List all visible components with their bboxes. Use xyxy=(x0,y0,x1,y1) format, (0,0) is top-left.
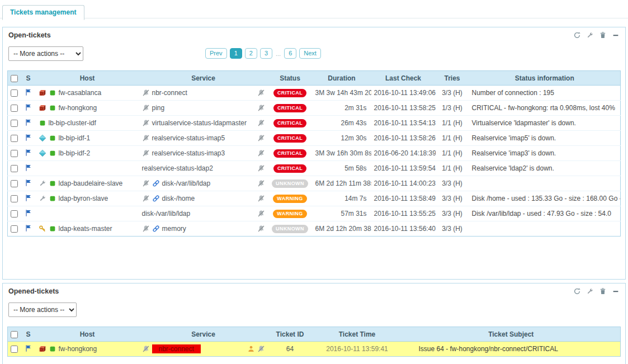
open-tickets-header: Open-tickets xyxy=(3,27,625,42)
host-name[interactable]: ldap-baudelaire-slave xyxy=(59,179,123,187)
pagination-pages: 123...6 xyxy=(230,48,297,59)
pagination-prev-button[interactable]: Prev xyxy=(205,48,227,59)
severity-cell xyxy=(21,146,36,161)
service-name[interactable]: realservice-status-imap3 xyxy=(152,149,225,157)
severity-cell xyxy=(21,176,36,191)
firewall-icon xyxy=(39,345,46,353)
open-ticket-row: disk-/var/lib/ldapWARNING57m 31s2016-10-… xyxy=(8,206,621,221)
pagination-page-3[interactable]: 3 xyxy=(260,48,272,59)
pagination-page-6[interactable]: 6 xyxy=(284,48,296,59)
column-header-s[interactable]: S xyxy=(21,71,36,86)
row-select-cell xyxy=(8,161,21,176)
column-header-duration[interactable]: Duration xyxy=(313,71,371,86)
status-ok-icon xyxy=(49,104,56,112)
duration-cell: 26m 43s xyxy=(313,116,371,131)
duration-cell: 3M 3w 14h 43m 20s xyxy=(313,86,371,101)
flag-icon xyxy=(25,88,32,96)
status-information-cell: Disk /var/lib/ldap - used : 47.93 Go - s… xyxy=(469,206,621,221)
pagination-page-1[interactable]: 1 xyxy=(230,48,242,59)
select-all-checkbox[interactable] xyxy=(11,75,18,82)
trash-icon[interactable] xyxy=(599,31,607,39)
column-header-ticket-time[interactable]: Ticket Time xyxy=(313,327,402,342)
flag-icon xyxy=(25,224,32,232)
service-name[interactable]: nbr-connect xyxy=(152,344,201,353)
pagination-next-button[interactable]: Next xyxy=(299,48,321,59)
status-information-cell xyxy=(469,221,621,237)
column-header-ticket-subject[interactable]: Ticket Subject xyxy=(402,327,621,342)
column-header-s[interactable]: S xyxy=(21,327,36,342)
wrench-icon[interactable] xyxy=(586,31,594,39)
firewall-icon xyxy=(39,89,46,97)
tab-tickets-management[interactable]: Tickets management xyxy=(2,5,84,20)
service-name[interactable]: memory xyxy=(162,225,186,233)
column-header-tries[interactable]: Tries xyxy=(436,71,469,86)
host-name[interactable]: ldap-keats-master xyxy=(59,225,112,233)
row-checkbox[interactable] xyxy=(11,210,18,218)
host-name[interactable]: lb-bip-idf-2 xyxy=(59,149,91,157)
row-checkbox[interactable] xyxy=(11,346,18,353)
service-name[interactable]: disk-/home xyxy=(162,195,195,202)
flag-icon xyxy=(25,103,32,111)
row-checkbox[interactable] xyxy=(11,89,18,97)
duration-cell: 6M 2d 12h 20m 38s xyxy=(313,221,371,237)
refresh-icon[interactable] xyxy=(573,287,581,295)
row-checkbox[interactable] xyxy=(11,165,18,172)
service-cell: disk-/var/lib/ldap xyxy=(139,206,268,221)
column-header-status[interactable]: Status xyxy=(268,71,313,86)
row-checkbox[interactable] xyxy=(11,105,18,112)
host-cell: fw-hongkong xyxy=(36,101,139,116)
pagination-page-2[interactable]: 2 xyxy=(245,48,257,59)
service-name[interactable]: disk-/var/lib/ldap xyxy=(142,210,191,218)
status-information-cell: Realservice 'imap3' is down. xyxy=(469,146,621,161)
collapse-icon[interactable] xyxy=(612,287,620,295)
duration-cell: 3M 3w 16h 30m 8s xyxy=(313,146,371,161)
column-header-host[interactable]: Host xyxy=(36,71,139,86)
host-cell: fw-casablanca xyxy=(36,86,139,101)
flag-icon xyxy=(25,164,32,172)
host-name[interactable]: ldap-byron-slave xyxy=(59,195,108,202)
column-header-status-information[interactable]: Status information xyxy=(469,71,621,86)
row-checkbox[interactable] xyxy=(11,180,18,187)
trash-icon[interactable] xyxy=(599,287,607,295)
wrench-icon[interactable] xyxy=(586,287,594,295)
host-cell: lb-bip-idf-2 xyxy=(36,146,139,161)
duration-cell: 14m 7s xyxy=(313,191,371,206)
collapse-icon[interactable] xyxy=(612,31,620,39)
row-checkbox[interactable] xyxy=(11,225,18,233)
column-header-host[interactable]: Host xyxy=(36,327,139,342)
select-all-cell xyxy=(8,327,21,342)
service-name[interactable]: disk-/var/lib/ldap xyxy=(162,179,211,187)
more-actions-select[interactable]: -- More actions -- xyxy=(8,302,77,317)
opened-tickets-tbody: fw-hongkongnbr-connect642016-10-11 13:59… xyxy=(8,342,621,357)
column-header-service[interactable]: Service xyxy=(139,71,268,86)
host-cell: lb-bip-idf-1 xyxy=(36,131,139,146)
row-checkbox[interactable] xyxy=(11,195,18,202)
host-name[interactable]: fw-hongkong xyxy=(59,104,97,112)
row-checkbox[interactable] xyxy=(11,120,18,127)
row-checkbox[interactable] xyxy=(11,135,18,142)
refresh-icon[interactable] xyxy=(573,31,581,39)
host-name[interactable]: fw-casablanca xyxy=(59,89,102,97)
duration-cell: 57m 31s xyxy=(313,206,371,221)
select-all-checkbox[interactable] xyxy=(11,331,18,338)
last-check-cell: 2016-10-11 13:59:54 xyxy=(371,161,436,176)
open-ticket-row: lb-bip-idf-2realservice-status-imap3CRIT… xyxy=(8,146,621,161)
service-name[interactable]: ping xyxy=(152,104,165,112)
host-name[interactable]: fw-hongkong xyxy=(59,345,97,353)
column-header-last-check[interactable]: Last Check xyxy=(371,71,436,86)
host-name[interactable]: lb-bip-idf-1 xyxy=(59,134,91,142)
column-header-service[interactable]: Service xyxy=(139,327,268,342)
service-cell: nbr-connect xyxy=(139,86,268,101)
row-checkbox[interactable] xyxy=(11,150,18,157)
opened-tickets-table: SHostServiceTicket IDTicket TimeTicket S… xyxy=(7,327,621,357)
row-select-cell xyxy=(8,116,21,131)
service-name[interactable]: virtualservice-status-ldapmaster xyxy=(152,119,247,127)
host-name[interactable]: lb-bip-cluster-idf xyxy=(49,119,96,127)
column-header-ticket-id[interactable]: Ticket ID xyxy=(268,327,313,342)
service-name[interactable]: realservice-status-imap5 xyxy=(152,134,225,142)
tries-cell: 3/3 (H) xyxy=(436,191,469,206)
service-name[interactable]: nbr-connect xyxy=(152,89,187,97)
more-actions-select[interactable]: -- More actions -- xyxy=(8,46,83,61)
severity-cell xyxy=(21,116,36,131)
service-name[interactable]: realservice-status-ldap2 xyxy=(142,164,213,172)
